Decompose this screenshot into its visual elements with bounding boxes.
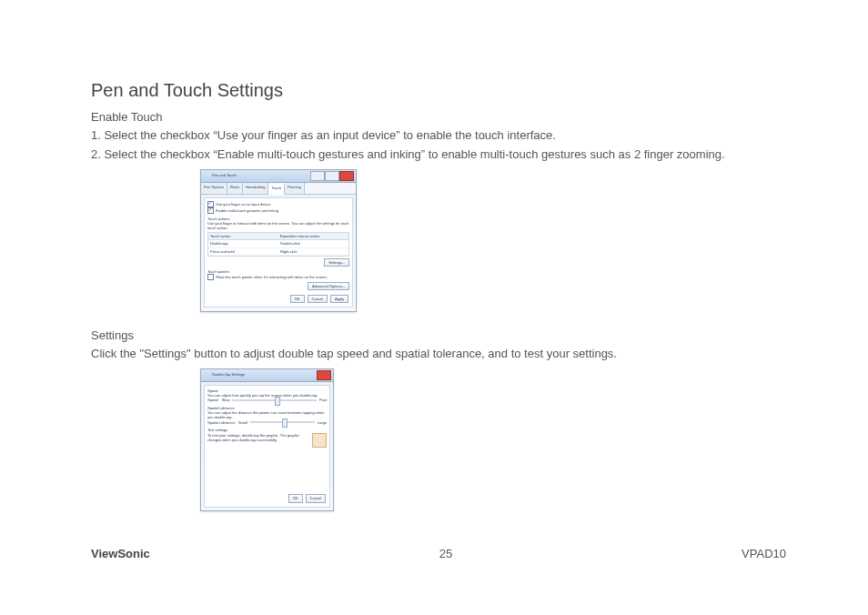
titlebar: Double-Tap Settings — [201, 369, 333, 382]
slider-thumb-icon[interactable] — [282, 418, 288, 428]
advanced-options-button[interactable]: Advanced Options... — [308, 282, 349, 290]
double-tap-settings-dialog: Double-Tap Settings Speed You can adjust… — [200, 368, 334, 511]
slow-label: Slow — [222, 398, 230, 402]
enable-touch-subhead: Enable Touch — [91, 110, 786, 124]
window-title: Double-Tap Settings — [212, 372, 245, 377]
dialog-buttons: OK Cancel — [288, 494, 326, 502]
col-touch-action: Touch action — [208, 233, 278, 239]
minimize-icon[interactable] — [310, 171, 325, 181]
window-title: Pen and Touch — [212, 173, 237, 177]
footer-page-number: 25 — [439, 547, 452, 560]
dialog-buttons: OK Cancel Apply — [290, 295, 348, 303]
cancel-button[interactable]: Cancel — [308, 295, 328, 303]
checkbox-pointer-label: Show the touch pointer when I'm interact… — [216, 275, 328, 279]
checkbox-multitouch[interactable] — [207, 207, 214, 214]
ok-button[interactable]: OK — [290, 295, 305, 303]
speed-slider-row: Speed: Slow Fast — [207, 398, 327, 402]
figure-2-wrap: Double-Tap Settings Speed You can adjust… — [200, 368, 786, 511]
maximize-icon[interactable] — [325, 171, 339, 181]
tab-touch[interactable]: Touch — [268, 184, 285, 195]
page-footer: ViewSonic 25 VPAD10 — [91, 547, 786, 560]
table-row[interactable]: Press and holdRight-click — [208, 248, 348, 256]
touch-pointer-row: Show the touch pointer when I'm interact… — [207, 274, 349, 280]
spatial-slider[interactable] — [250, 421, 315, 423]
checkbox-pointer[interactable] — [207, 274, 214, 280]
settings-body: Click the "Settings" button to adjust do… — [91, 346, 786, 363]
speed-desc: You can adjust how quickly you tap the s… — [207, 393, 327, 398]
pen-and-touch-dialog: Pen and Touch Pen Options Flicks Handwri… — [200, 169, 357, 312]
cb-row-2: Enable multi-touch gestures and inking — [207, 207, 349, 214]
settings-button[interactable]: Settings... — [324, 258, 349, 267]
checkbox-multitouch-label: Enable multi-touch gestures and inking — [216, 207, 278, 212]
close-icon[interactable] — [317, 370, 331, 380]
step-2: 2. Select the checkbox “Enable multi-tou… — [91, 146, 786, 164]
close-icon[interactable] — [339, 171, 354, 181]
test-desc: To test your settings, double-tap the gr… — [207, 433, 299, 442]
cell: Press and hold — [208, 248, 278, 255]
double-tap-pane: Speed You can adjust how quickly you tap… — [204, 385, 330, 508]
table-row[interactable]: Double-tapDouble-click — [208, 240, 348, 247]
cell: Right-click — [278, 248, 348, 255]
small-label: Small — [238, 420, 247, 425]
fast-label: Fast — [319, 398, 327, 402]
touch-actions-table: Touch actionEquivalent mouse action Doub… — [207, 232, 349, 257]
touch-actions-desc: Use your finger to interact with items o… — [207, 221, 349, 230]
ok-button[interactable]: OK — [288, 494, 303, 502]
cell: Double-tap — [208, 240, 278, 247]
speed-slider[interactable] — [232, 399, 317, 401]
tab-pen-options[interactable]: Pen Options — [201, 183, 227, 194]
large-label: Large — [318, 420, 327, 425]
cb-row-1: Use your finger as an input device — [207, 201, 349, 207]
tab-flicks[interactable]: Flicks — [227, 183, 243, 194]
manual-page: { "heading": "Pen and Touch Settings", "… — [0, 0, 868, 615]
tabstrip: Pen Options Flicks Handwriting Touch Pan… — [201, 183, 356, 195]
spatial-slider-row: Spatial tolerance: Small Large — [207, 420, 327, 424]
tab-panning[interactable]: Panning — [285, 183, 305, 194]
cell: Double-click — [278, 240, 348, 247]
footer-brand: ViewSonic — [91, 547, 150, 560]
col-mouse-action: Equivalent mouse action — [278, 233, 348, 239]
spatial-row-label: Spatial tolerance: — [207, 420, 236, 425]
test-row: To test your settings, double-tap the gr… — [207, 433, 327, 442]
slider-thumb-icon[interactable] — [275, 397, 280, 406]
cancel-button[interactable]: Cancel — [306, 494, 326, 502]
speed-row-label: Speed: — [207, 398, 219, 402]
checkbox-finger-label: Use your finger as an input device — [216, 201, 270, 206]
titlebar: Pen and Touch — [201, 170, 356, 183]
figure-1-wrap: Pen and Touch Pen Options Flicks Handwri… — [200, 169, 786, 312]
step-1: 1. Select the checkbox “Use your finger … — [91, 127, 786, 145]
page-heading: Pen and Touch Settings — [91, 80, 786, 101]
footer-model: VPAD10 — [742, 547, 786, 560]
apply-button[interactable]: Apply — [330, 295, 348, 303]
tab-handwriting[interactable]: Handwriting — [243, 183, 268, 194]
spatial-desc: You can adjust the distance the pointer … — [207, 410, 327, 419]
test-graphic-icon[interactable] — [312, 433, 327, 448]
settings-subhead: Settings — [91, 328, 786, 342]
touch-pane: Use your finger as an input device Enabl… — [204, 197, 353, 308]
